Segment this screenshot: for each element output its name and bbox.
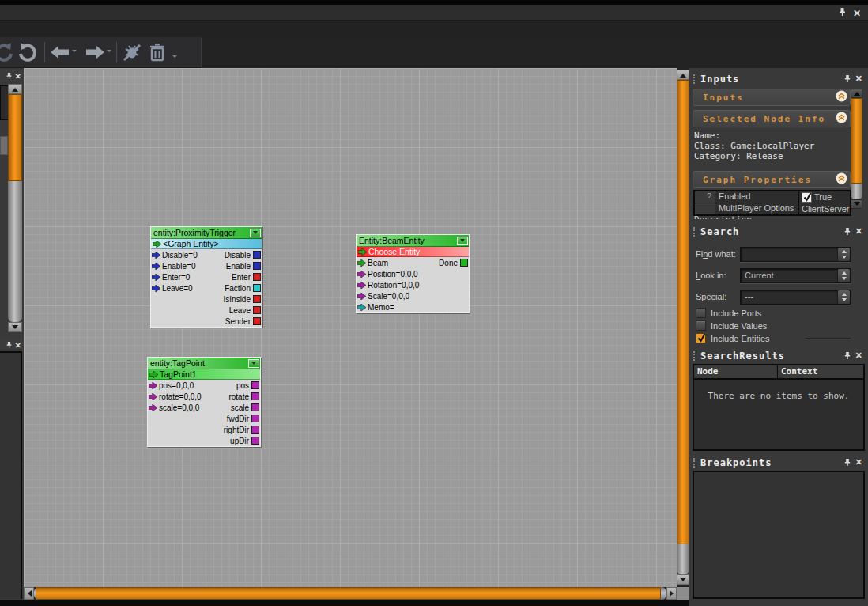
breakpoints-panel-titlebar[interactable]: Breakpoints ✕: [689, 456, 868, 469]
output-port[interactable]: pos: [236, 381, 259, 390]
node-entity-row[interactable]: Choose Entity: [357, 247, 469, 257]
canvas-scroll-down-button[interactable]: [677, 574, 689, 585]
property-value[interactable]: ClientServer: [799, 203, 850, 214]
scrollbar-thumb[interactable]: [8, 94, 22, 181]
collapse-chevron-icon[interactable]: [836, 112, 847, 127]
flowgraph-node[interactable]: entity:ProximityTrigger <Graph Entity>Di…: [150, 226, 262, 328]
output-port[interactable]: Done: [439, 259, 468, 267]
input-port[interactable]: Beam: [357, 259, 388, 267]
input-port[interactable]: Enter=0: [151, 273, 190, 282]
forward-icon[interactable]: [85, 40, 105, 64]
close-icon[interactable]: ✕: [855, 457, 863, 468]
output-port[interactable]: IsInside: [224, 295, 261, 304]
output-port[interactable]: Sender: [225, 317, 261, 326]
node-dropdown-button[interactable]: [457, 237, 468, 245]
pin-icon[interactable]: [843, 227, 851, 236]
column-header-context[interactable]: Context: [778, 365, 863, 378]
search-panel-titlebar[interactable]: Search ✕: [689, 225, 868, 238]
close-icon[interactable]: ✕: [853, 8, 861, 19]
combo-value[interactable]: [741, 248, 837, 261]
node-header[interactable]: Entity:BeamEntity: [357, 235, 469, 247]
combo-value[interactable]: ---: [741, 290, 837, 304]
scroll-down-button[interactable]: [8, 322, 22, 332]
output-port[interactable]: Disable: [225, 251, 261, 259]
input-port[interactable]: rotate=0,0,0: [148, 392, 202, 401]
flowgraph-node[interactable]: entity:TagPoint TagPoint1pos=0,0,0posrot…: [147, 357, 261, 447]
node-header[interactable]: entity:ProximityTrigger: [151, 227, 262, 239]
input-port[interactable]: Rotation=0,0,0: [357, 281, 419, 290]
input-port[interactable]: Enable=0: [151, 262, 196, 271]
canvas-hscrollbar-thumb[interactable]: [36, 587, 661, 600]
close-icon[interactable]: ✕: [855, 226, 863, 237]
back-dropdown-icon[interactable]: [72, 50, 77, 55]
checkbox-row[interactable]: Include Ports: [696, 308, 761, 318]
input-port[interactable]: Memo=: [357, 303, 394, 312]
node-dropdown-button[interactable]: [250, 229, 261, 237]
spinner-button[interactable]: [837, 290, 850, 304]
node-dropdown-button[interactable]: [248, 359, 259, 368]
panel-scrollbar-thumb[interactable]: [851, 98, 862, 184]
pin-icon[interactable]: [843, 458, 851, 467]
output-port[interactable]: Enable: [226, 262, 261, 271]
pin-icon[interactable]: [843, 74, 851, 83]
checkbox-row[interactable]: Include Entities: [696, 333, 770, 343]
checkbox-unchecked[interactable]: [696, 308, 706, 318]
combo-value[interactable]: Current: [741, 269, 837, 282]
searchresults-panel-titlebar[interactable]: SearchResults ✕: [689, 349, 868, 362]
pin-icon[interactable]: [6, 69, 13, 83]
checkbox-checked[interactable]: [802, 192, 812, 203]
canvas-vscrollbar-thumb[interactable]: [677, 80, 689, 544]
rollup-graph-properties[interactable]: Graph Properties: [693, 171, 851, 188]
canvas-scroll-left-button[interactable]: [24, 587, 34, 600]
property-value[interactable]: True: [799, 191, 850, 203]
property-row[interactable]: MultiPlayer Options ClientServer: [695, 203, 850, 214]
canvas-scroll-right-button[interactable]: [666, 587, 677, 600]
panel-scroll-down-button[interactable]: [851, 199, 862, 209]
pin-icon[interactable]: [838, 7, 847, 17]
checkbox-checked[interactable]: [696, 333, 706, 343]
combo-field[interactable]: Current: [740, 268, 851, 283]
output-port[interactable]: Enter: [232, 273, 261, 282]
panel-grip[interactable]: [693, 458, 696, 468]
input-port[interactable]: Leave=0: [151, 284, 193, 293]
input-port[interactable]: Disable=0: [151, 251, 198, 259]
property-row[interactable]: ? Enabled True: [695, 191, 850, 203]
output-port[interactable]: scale: [231, 403, 259, 412]
combo-field[interactable]: ---: [740, 290, 851, 305]
undo-icon[interactable]: [0, 40, 14, 64]
spinner-button[interactable]: [837, 248, 850, 261]
pin-icon[interactable]: [6, 338, 13, 352]
search-results-list[interactable]: Node Context There are no items to show.: [693, 364, 865, 451]
checkbox-unchecked[interactable]: [696, 320, 706, 331]
rollup-inputs[interactable]: Inputs: [693, 89, 851, 106]
canvas-scroll-up-button[interactable]: [677, 70, 689, 80]
panel-grip[interactable]: [693, 351, 696, 361]
panel-grip[interactable]: [693, 227, 696, 237]
node-header[interactable]: entity:TagPoint: [148, 358, 260, 369]
close-icon[interactable]: ✕: [15, 341, 21, 350]
output-port[interactable]: fwdDir: [227, 415, 259, 423]
graph-canvas[interactable]: entity:ProximityTrigger <Graph Entity>Di…: [24, 68, 677, 587]
toolbar-overflow-icon[interactable]: [172, 55, 177, 60]
panel-scroll-up-button[interactable]: [851, 89, 862, 98]
inputs-panel-titlebar[interactable]: Inputs ✕: [689, 72, 868, 85]
input-port[interactable]: Scale=0,0,0: [357, 292, 409, 301]
collapse-chevron-icon[interactable]: [836, 90, 847, 105]
close-icon[interactable]: ✕: [15, 72, 21, 81]
output-port[interactable]: Leave: [229, 306, 261, 315]
close-icon[interactable]: ✕: [855, 350, 863, 361]
checkbox-row[interactable]: Include Values: [696, 320, 767, 331]
output-port[interactable]: rotate: [228, 392, 259, 401]
flowgraph-node[interactable]: Entity:BeamEntity Choose EntityBeamDoneP…: [356, 234, 470, 313]
no-debug-icon[interactable]: [122, 40, 142, 64]
input-port[interactable]: pos=0,0,0: [148, 381, 194, 390]
panel-grip[interactable]: [693, 74, 696, 84]
delete-icon[interactable]: [149, 40, 166, 64]
output-port[interactable]: Faction: [225, 284, 261, 293]
node-entity-row[interactable]: TagPoint1: [148, 369, 260, 380]
scroll-up-button[interactable]: [8, 84, 22, 94]
column-header-node[interactable]: Node: [694, 365, 778, 378]
forward-dropdown-icon[interactable]: [107, 50, 111, 55]
rollup-selected-node-info[interactable]: Selected Node Info: [693, 110, 851, 127]
back-icon[interactable]: [50, 40, 70, 64]
